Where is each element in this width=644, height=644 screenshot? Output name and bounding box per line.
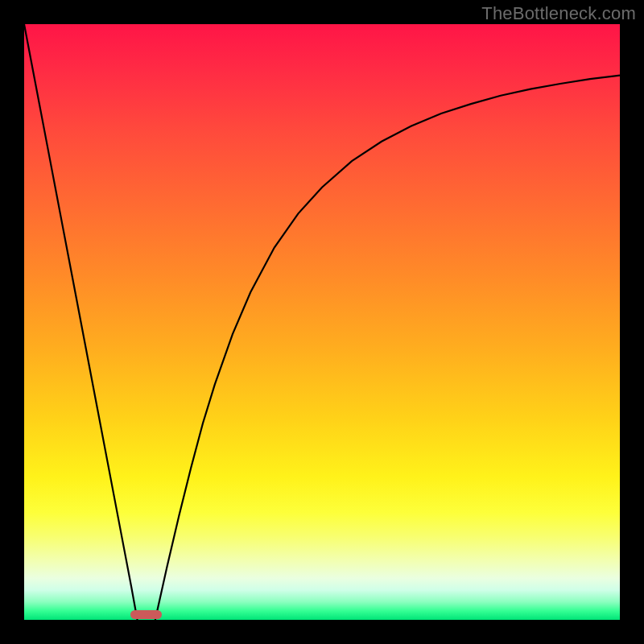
plot-area	[24, 24, 620, 620]
chart-frame: TheBottleneck.com	[0, 0, 644, 644]
curve-right-branch	[155, 76, 620, 620]
bottleneck-curve	[24, 24, 620, 620]
watermark-text: TheBottleneck.com	[481, 3, 636, 24]
curve-left-branch	[24, 24, 138, 620]
optimal-marker	[130, 610, 162, 619]
